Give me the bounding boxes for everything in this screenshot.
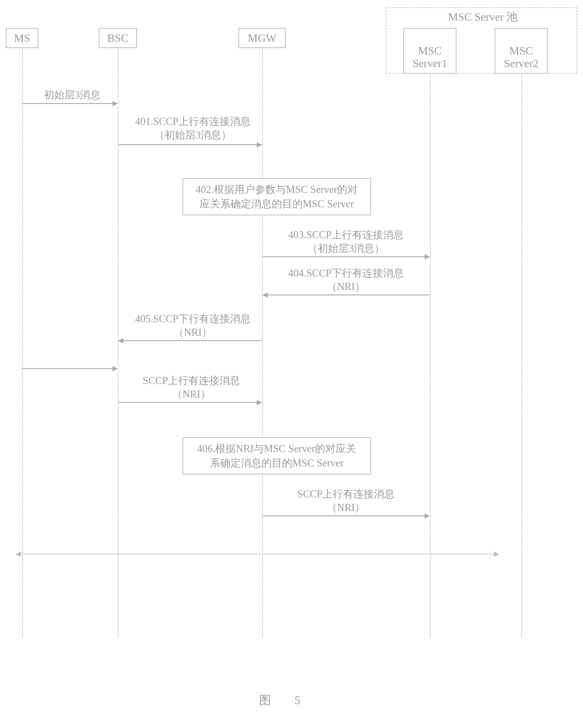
msg-405-line1: 405.SCCP下行有连接消息 [135,313,250,324]
participant-msc2: MSC Server2 [495,28,548,74]
process-402-line1: 402.根据用户参数与MSC Server的对 [196,184,358,195]
lifeline-msc2 [521,60,522,638]
process-406-line1: 406.根据NRI与MSC Server的对应关 [197,443,356,454]
msg-401: 401.SCCP上行有连接消息 （初始层3消息） [127,115,259,142]
participant-msc1: MSC Server1 [403,28,456,74]
msg-404: 404.SCCP下行有连接消息 （NRI） [275,266,417,293]
participant-mgw-label: MGW [248,32,276,44]
arrow-dashed-right [263,554,499,554]
arrow-bsc-mgw-401 [119,144,262,145]
msg-403-line2: （初始层3消息） [308,243,385,254]
participant-ms-label: MS [14,32,30,44]
msg-401-line2: （初始层3消息） [154,129,232,141]
arrow-bsc-mgw-nri [119,402,262,403]
arrow-dashed-left [16,554,261,554]
participant-ms: MS [6,28,38,48]
arrow-ms-bsc [23,103,117,104]
process-402: 402.根据用户参数与MSC Server的对 应关系确定消息的目的MSC Se… [183,178,371,215]
msg-403-line1: 403.SCCP上行有连接消息 [288,229,404,241]
participant-msc1-label: MSC Server1 [413,45,447,70]
msg-405-line2: （NRI） [174,327,212,338]
msg-401-line1: 401.SCCP上行有连接消息 [135,116,250,127]
participant-bsc-label: BSC [107,32,128,44]
arrow-mgw-msc1-403 [263,256,429,257]
msg-up-nri2-line1: SCCP上行有连接消息 [297,488,395,500]
pool-label: MSC Server 池 [442,9,524,24]
msg-up-nri-line1: SCCP上行有连接消息 [143,375,240,386]
msg-init-l3: 初始层3消息 [35,88,109,102]
lifeline-mgw [262,49,263,638]
process-406-line2: 系确定消息的目的MSC Server [210,457,344,469]
msg-up-nri-line2: （NRI） [172,388,211,400]
figure-label: 图 5 [259,692,306,708]
lifeline-ms [22,49,23,638]
msg-403: 403.SCCP上行有连接消息 （初始层3消息） [275,228,417,255]
msg-404-line1: 404.SCCP下行有连接消息 [288,267,404,279]
msg-up-nri: SCCP上行有连接消息 （NRI） [130,374,253,401]
participant-bsc: BSC [99,28,137,48]
participant-msc2-label: MSC Server2 [504,45,538,70]
lifeline-msc1 [430,60,431,638]
msg-405: 405.SCCP下行有连接消息 （NRI） [127,312,259,339]
msg-up-nri2-line2: （NRI） [327,502,365,513]
arrow-mgw-msc1-nri [263,515,429,516]
arrow-mgw-bsc-405 [119,340,262,341]
arrow-ms-bsc-2 [23,368,117,369]
msg-404-line2: （NRI） [327,281,365,292]
msg-up-nri2: SCCP上行有连接消息 （NRI） [281,487,411,514]
arrow-msc1-mgw-404 [263,294,429,295]
process-402-line2: 应关系确定消息的目的MSC Server [200,198,354,210]
participant-mgw: MGW [238,28,286,48]
process-406: 406.根据NRI与MSC Server的对应关 系确定消息的目的MSC Ser… [183,437,371,474]
